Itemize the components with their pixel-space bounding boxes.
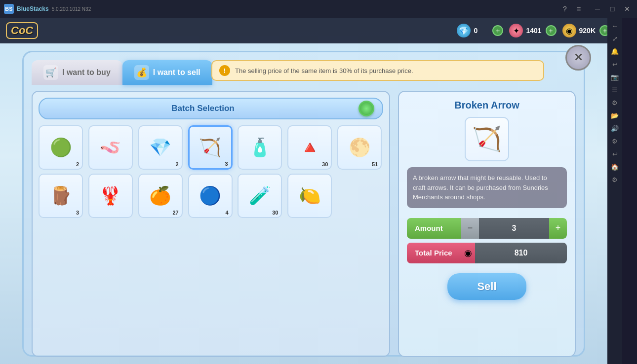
- sidebar-icon-3[interactable]: 🔔: [609, 45, 621, 57]
- shop-modal: ✕ 🛒 I want to buy 💰 I want to sell ! The…: [22, 51, 585, 357]
- batch-selection-bar: Batch Selection: [39, 98, 383, 119]
- tab-buy[interactable]: 🛒 I want to buy: [32, 60, 122, 85]
- item-icon-13: 🍋: [299, 185, 321, 206]
- sell-tab-label: I want to sell: [153, 68, 200, 77]
- sell-tab-icon: 💰: [134, 65, 149, 80]
- amount-row: Amount − 3 +: [407, 218, 567, 239]
- item-icon-3: 💎: [149, 137, 171, 158]
- item-count-7: 51: [372, 161, 378, 167]
- sell-button[interactable]: Sell: [447, 273, 526, 300]
- item-icon-4: 🏹: [199, 137, 221, 158]
- item-preview-icon: 🏹: [472, 125, 502, 153]
- item-slot-1[interactable]: 🟢 2: [39, 125, 83, 170]
- item-slot-11[interactable]: 🔵 4: [188, 174, 233, 218]
- coin-currency: ◉ 920K: [562, 24, 596, 37]
- batch-toggle[interactable]: [358, 101, 374, 116]
- info-text: The selling price of the same item is 30…: [235, 67, 413, 74]
- sidebar-icon-10[interactable]: ⚙: [609, 135, 621, 147]
- item-icon-2: 🪱: [99, 137, 121, 158]
- item-slot-12[interactable]: 🧪 30: [238, 174, 282, 218]
- menu-button[interactable]: ≡: [573, 3, 585, 15]
- item-icon-8: 🪵: [50, 185, 72, 206]
- price-row: Total Price ◉ 810: [407, 243, 567, 263]
- sidebar-icon-5[interactable]: 📷: [609, 71, 621, 83]
- item-count-3: 2: [176, 161, 179, 167]
- item-icon-5: 🧴: [249, 137, 271, 158]
- amount-value: 3: [479, 218, 549, 239]
- sidebar-icon-12[interactable]: 🏠: [609, 161, 621, 173]
- amount-label: Amount: [407, 218, 461, 239]
- modal-content: Batch Selection 🟢 2 🪱: [32, 91, 576, 357]
- item-slot-7[interactable]: 🌕 51: [337, 125, 382, 170]
- buy-tab-icon: 🛒: [43, 65, 58, 80]
- sidebar-icon-8[interactable]: 📂: [609, 109, 621, 121]
- title-bar: BS BlueStacks 5.0.200.1012 N32 ? ≡ ─ □ ✕: [0, 0, 637, 18]
- coin-value: 920K: [579, 27, 596, 35]
- modal-close-button[interactable]: ✕: [565, 45, 591, 71]
- total-price-label: Total Price: [407, 243, 461, 263]
- item-preview: 🏹: [465, 117, 509, 161]
- item-slot-3[interactable]: 💎 2: [138, 125, 183, 170]
- left-panel: Batch Selection 🟢 2 🪱: [32, 91, 390, 357]
- tab-sell[interactable]: 💰 I want to sell: [122, 60, 212, 85]
- item-icon-11: 🔵: [199, 185, 221, 206]
- item-icon-7: 🌕: [349, 137, 371, 158]
- item-icon-10: 🍊: [149, 185, 171, 206]
- selected-item-name: Broken Arrow: [454, 100, 519, 111]
- amount-increase-button[interactable]: +: [549, 218, 567, 239]
- sidebar-icon-2[interactable]: ⤢: [609, 33, 621, 44]
- item-count-11: 4: [225, 210, 228, 216]
- item-count-4: 3: [225, 161, 228, 167]
- item-slot-8[interactable]: 🪵 3: [39, 174, 83, 218]
- coc-logo: CoC: [6, 22, 38, 39]
- sidebar-icon-11[interactable]: ↩: [609, 148, 621, 160]
- item-count-8: 3: [76, 210, 79, 216]
- gem-currency: 💎 0: [457, 24, 488, 37]
- help-button[interactable]: ?: [559, 3, 571, 15]
- modal-background: ✕ 🛒 I want to buy 💰 I want to sell ! The…: [0, 43, 607, 364]
- crystal-icon: ✦: [509, 24, 523, 37]
- item-count-12: 30: [272, 210, 278, 216]
- sidebar-icon-13[interactable]: ⚙: [609, 174, 621, 185]
- items-grid: 🟢 2 🪱 💎 2 🏹 3: [39, 125, 383, 218]
- sidebar-icon-9[interactable]: 🔊: [609, 122, 621, 134]
- item-slot-4[interactable]: 🏹 3: [188, 125, 233, 170]
- gem-value: 0: [474, 27, 488, 35]
- info-banner: ! The selling price of the same item is …: [211, 60, 544, 81]
- item-count-6: 30: [322, 161, 328, 167]
- game-area: CoC 💎 0 + ✦ 1401 + ◉ 920K + ✕ 🛒 I want: [0, 18, 622, 364]
- sidebar-icon-6[interactable]: ☰: [609, 84, 621, 96]
- item-slot-9[interactable]: 🦞: [88, 174, 133, 218]
- item-icon-9: 🦞: [99, 185, 121, 206]
- price-coin-icon: ◉: [461, 243, 475, 263]
- gem-add-button[interactable]: +: [492, 25, 503, 36]
- crystal-add-button[interactable]: +: [546, 25, 557, 36]
- right-sidebar: ← ⤢ 🔔 ↩ 📷 ☰ ⚙ 📂 🔊 ⚙ ↩ 🏠 ⚙: [607, 18, 622, 364]
- item-icon-6: 🔺: [299, 137, 321, 158]
- total-price-value: 810: [475, 243, 567, 263]
- version-label: 5.0.200.1012 N32: [52, 6, 91, 12]
- item-slot-13[interactable]: 🍋: [287, 174, 332, 218]
- sidebar-icon-4[interactable]: ↩: [609, 58, 621, 70]
- close-window-button[interactable]: ✕: [621, 3, 633, 15]
- item-slot-2[interactable]: 🪱: [88, 125, 133, 170]
- restore-button[interactable]: □: [606, 3, 618, 15]
- coin-icon: ◉: [562, 24, 576, 37]
- item-count-10: 27: [172, 210, 178, 216]
- sidebar-icon-7[interactable]: ⚙: [609, 97, 621, 109]
- item-count-1: 2: [76, 161, 79, 167]
- controls-area: Amount − 3 + Total Price ◉ 810: [407, 218, 567, 263]
- batch-label: Batch Selection: [47, 104, 358, 113]
- app-icon: BS: [4, 4, 14, 14]
- item-slot-5[interactable]: 🧴: [238, 125, 282, 170]
- amount-decrease-button[interactable]: −: [461, 218, 479, 239]
- item-slot-10[interactable]: 🍊 27: [138, 174, 183, 218]
- minimize-button[interactable]: ─: [592, 3, 603, 15]
- right-panel: Broken Arrow 🏹 A broken arrow that might…: [398, 91, 576, 357]
- gem-icon: 💎: [457, 24, 471, 37]
- sidebar-icon-1[interactable]: ←: [609, 20, 621, 32]
- info-icon: !: [219, 65, 230, 76]
- crystal-value: 1401: [526, 27, 541, 35]
- item-slot-6[interactable]: 🔺 30: [287, 125, 332, 170]
- buy-tab-label: I want to buy: [62, 68, 111, 77]
